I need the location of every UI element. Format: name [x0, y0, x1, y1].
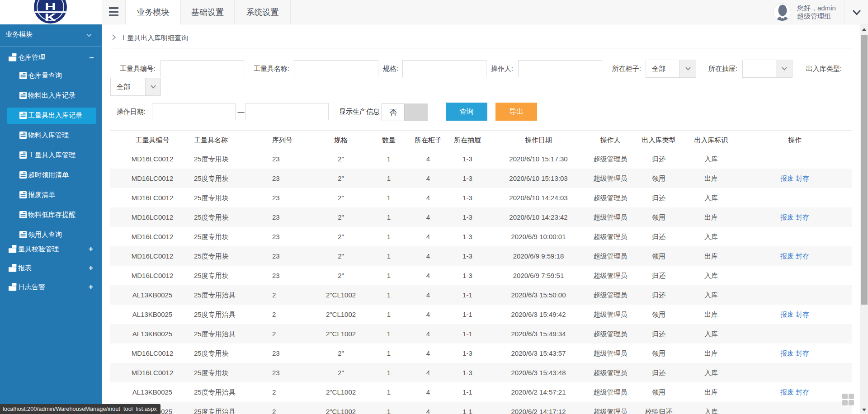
svg-text:K: K — [44, 12, 56, 24]
svg-text:H: H — [45, 1, 56, 13]
